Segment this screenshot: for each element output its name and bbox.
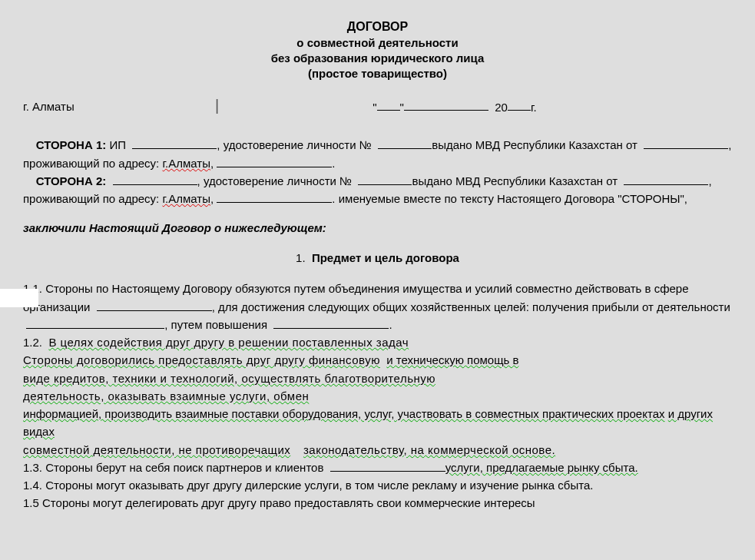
blank-side2-issued-date bbox=[624, 174, 708, 185]
id-text-2: , удостоверение личности № bbox=[197, 174, 353, 187]
vertical-separator-icon: | bbox=[215, 97, 219, 114]
section-1-body: 1.1. Стороны по Настоящему Договору обяз… bbox=[23, 280, 732, 512]
clause-1-2-line6b: законодательству, на коммерческой основе… bbox=[303, 443, 555, 456]
clause-1-2-line2a: Стороны договорились предоставлять друг … bbox=[23, 353, 380, 366]
blank-partners bbox=[330, 460, 445, 472]
blank-activity-sphere bbox=[97, 300, 212, 311]
clause-1-2-line4: деятельность, оказывать взаимные услуги,… bbox=[23, 389, 309, 403]
clause-1-1-b: , для достижения следующих общих хозяйст… bbox=[212, 300, 730, 313]
clause-1-5: 1.5 Стороны могут делегировать друг друг… bbox=[23, 496, 535, 509]
clause-1-2-line5: информацией, производить взаимные постав… bbox=[23, 407, 665, 420]
city-almaty-2: г.Алматы bbox=[162, 192, 210, 205]
clause-1-4: 1.4. Стороны могут оказывать друг другу … bbox=[23, 479, 593, 492]
clause-1-1-c: , путем повышения bbox=[164, 318, 267, 331]
blank-side1-name bbox=[132, 138, 217, 150]
blank-side1-issued-date bbox=[644, 138, 728, 150]
section-1-heading: Предмет и цель договора bbox=[312, 251, 459, 264]
city-label: г. Алматы bbox=[23, 100, 215, 113]
clause-1-3-a: 1.3. Стороны берут на себя поиск партнер… bbox=[23, 461, 323, 474]
blank-month bbox=[404, 100, 488, 111]
white-corner-artifact bbox=[0, 289, 38, 307]
blank-side1-id bbox=[378, 138, 432, 150]
side1-ip: ИП bbox=[109, 138, 126, 151]
city-almaty-1: г.Алматы bbox=[162, 157, 210, 170]
clause-1-3-b: услуги, предлагаемые рынку сбыта. bbox=[445, 461, 638, 474]
clause-1-2-line2b: и техническую помощь в bbox=[386, 353, 518, 366]
blank-side2-name bbox=[113, 174, 197, 185]
city-date-row: г. Алматы | "" 20г. bbox=[23, 97, 732, 114]
issued-text-1: выдано МВД Республики Казахстан от bbox=[432, 138, 637, 151]
intro-line: заключили Настоящий Договор о нижеследую… bbox=[23, 221, 732, 234]
clause-1-2-line3: виде кредитов, техники и технологий, осу… bbox=[23, 372, 435, 385]
section-1-num: 1. bbox=[296, 251, 306, 264]
blank-day bbox=[377, 100, 400, 111]
blank-side1-address bbox=[217, 156, 332, 167]
date-field: "" 20г. bbox=[373, 100, 537, 114]
side2-label: СТОРОНА 2: bbox=[36, 174, 107, 187]
blank-year bbox=[508, 100, 531, 111]
issued-text-2: выдано МВД Республики Казахстан от bbox=[412, 174, 618, 187]
named-together: именуемые вместе по тексту Настоящего До… bbox=[339, 192, 687, 205]
blank-increase bbox=[273, 317, 389, 329]
clause-1-2-line6a: совместной деятельности, не противоречащ… bbox=[23, 443, 290, 456]
document-page: ДОГОВОР о совместной деятельности без об… bbox=[0, 0, 755, 560]
title-line-1: ДОГОВОР bbox=[23, 18, 732, 35]
clause-1-2-line1: В целях содействия друг другу в решении … bbox=[48, 336, 409, 349]
blank-side2-id bbox=[358, 174, 412, 185]
id-text-1: , удостоверение личности № bbox=[217, 138, 372, 151]
parties-block: СТОРОНА 1: ИП , удостоверение личности №… bbox=[23, 136, 732, 207]
side1-label: СТОРОНА 1: bbox=[36, 138, 107, 151]
title-line-2: о совместной деятельности bbox=[23, 35, 732, 51]
document-title-block: ДОГОВОР о совместной деятельности без об… bbox=[23, 18, 732, 81]
title-line-3: без образования юридического лица bbox=[23, 51, 732, 66]
section-1-title: 1. Предмет и цель договора bbox=[23, 251, 732, 264]
blank-side2-address bbox=[217, 192, 332, 204]
clause-1-2-num: 1.2. bbox=[23, 336, 42, 349]
blank-activity-name bbox=[26, 317, 164, 329]
title-line-4: (простое товарищество) bbox=[23, 66, 732, 81]
